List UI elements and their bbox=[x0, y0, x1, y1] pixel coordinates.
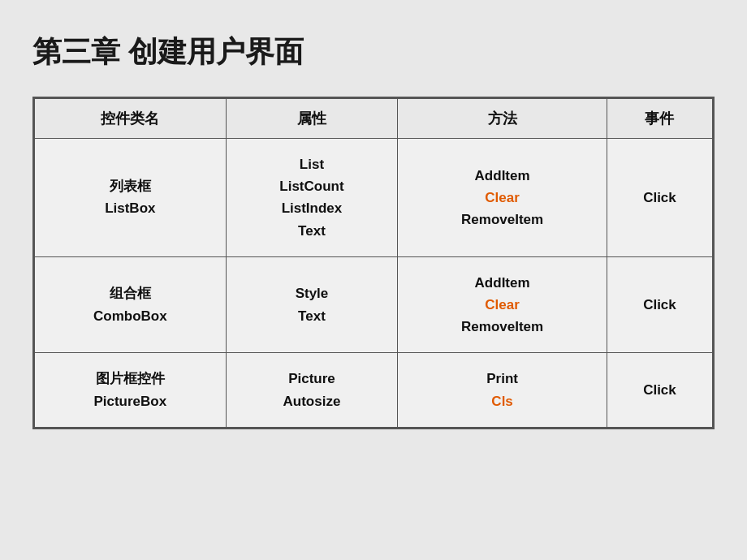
control-en-label: PictureBox bbox=[93, 394, 166, 409]
page-title: 第三章 创建用户界面 bbox=[32, 32, 715, 72]
event-picturebox: Click bbox=[607, 353, 712, 427]
event-combobox: Click bbox=[607, 256, 712, 353]
methods-listbox: AddItem Clear RemoveItem bbox=[398, 139, 607, 257]
table-row: 图片框控件 PictureBox Picture Autosize Print … bbox=[35, 353, 713, 427]
control-en-label: ListBox bbox=[105, 200, 155, 216]
methods-combobox: AddItem Clear RemoveItem bbox=[398, 256, 607, 353]
table-row: 列表框 ListBox List ListCount ListIndex Tex… bbox=[35, 139, 713, 257]
table-row: 组合框 ComboBox Style Text AddItem Clear Re… bbox=[35, 256, 713, 353]
properties-picturebox: Picture Autosize bbox=[226, 353, 398, 427]
control-name-combobox: 组合框 ComboBox bbox=[35, 256, 227, 353]
control-cn-label: 组合框 bbox=[110, 286, 151, 301]
col-header-control: 控件类名 bbox=[35, 99, 227, 139]
control-name-picturebox: 图片框控件 PictureBox bbox=[35, 353, 227, 427]
col-header-method: 方法 bbox=[398, 99, 607, 139]
control-name-listbox: 列表框 ListBox bbox=[35, 139, 227, 257]
page: 第三章 创建用户界面 控件类名 属性 方法 事件 列表框 ListBox bbox=[0, 0, 747, 560]
control-cn-label: 列表框 bbox=[110, 179, 151, 194]
properties-combobox: Style Text bbox=[226, 256, 398, 353]
control-en-label: ComboBox bbox=[93, 308, 167, 324]
col-header-property: 属性 bbox=[226, 99, 398, 139]
table-header-row: 控件类名 属性 方法 事件 bbox=[35, 99, 713, 139]
properties-listbox: List ListCount ListIndex Text bbox=[226, 139, 398, 257]
methods-picturebox: Print Cls bbox=[398, 353, 607, 427]
control-cn-label: 图片框控件 bbox=[96, 371, 165, 386]
col-header-event: 事件 bbox=[607, 99, 712, 139]
controls-table: 控件类名 属性 方法 事件 列表框 ListBox List ListCount bbox=[34, 98, 713, 428]
main-table-container: 控件类名 属性 方法 事件 列表框 ListBox List ListCount bbox=[32, 97, 715, 429]
event-listbox: Click bbox=[607, 139, 712, 257]
